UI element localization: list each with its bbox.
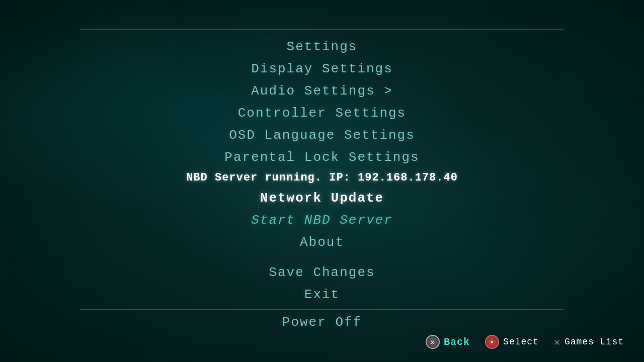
select-icon: ● bbox=[485, 335, 499, 349]
menu-item-save-changes[interactable]: Save Changes bbox=[80, 261, 564, 284]
menu-items: Settings Display Settings Audio Settings… bbox=[80, 34, 564, 308]
bottom-divider bbox=[80, 310, 564, 310]
select-label: Select bbox=[503, 337, 539, 347]
games-list-button[interactable]: ✕ Games List bbox=[554, 336, 624, 348]
select-button[interactable]: ● Select bbox=[485, 335, 539, 349]
games-list-label: Games List bbox=[565, 337, 624, 347]
menu-item-parental-lock-settings[interactable]: Parental Lock Settings bbox=[80, 146, 564, 168]
back-button[interactable]: ✕ Back bbox=[426, 335, 470, 349]
menu-item-osd-language-settings[interactable]: OSD Language Settings bbox=[80, 124, 564, 146]
x-icon: ✕ bbox=[554, 336, 560, 348]
bottom-bar: ✕ Back ● Select ✕ Games List bbox=[0, 322, 644, 362]
menu-item-about[interactable]: About bbox=[80, 231, 564, 253]
menu-title[interactable]: Settings bbox=[80, 36, 564, 58]
top-divider bbox=[80, 29, 564, 30]
menu-item-audio-settings[interactable]: Audio Settings > bbox=[80, 80, 564, 102]
menu-item-exit[interactable]: Exit bbox=[80, 284, 564, 306]
menu-item-controller-settings[interactable]: Controller Settings bbox=[80, 102, 564, 124]
menu-item-network-update[interactable]: Network Update bbox=[80, 187, 564, 209]
menu-container: Settings Display Settings Audio Settings… bbox=[80, 29, 564, 333]
back-label: Back bbox=[444, 336, 470, 348]
menu-item-start-nbd-server[interactable]: Start NBD Server bbox=[80, 209, 564, 231]
nbd-status: NBD Server running. IP: 192.168.178.40 bbox=[176, 168, 468, 187]
back-icon: ✕ bbox=[426, 335, 440, 349]
menu-item-display-settings[interactable]: Display Settings bbox=[80, 58, 564, 80]
